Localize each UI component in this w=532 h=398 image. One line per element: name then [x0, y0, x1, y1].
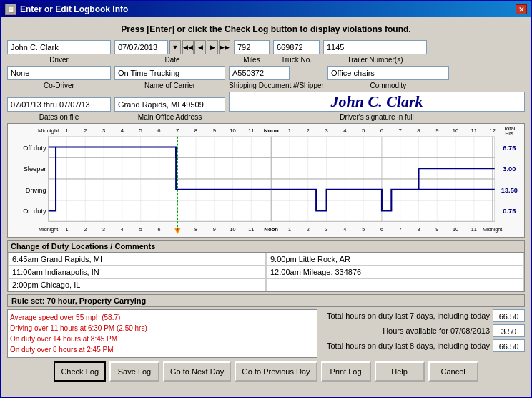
violations-list: Average speed over 55 mph (58.7) Driving… [7, 309, 317, 358]
hours-label-3: Total hours on duty last 8 days, includi… [325, 341, 490, 350]
button-bar: Check Log Save Log Go to Next Day Go to … [7, 361, 525, 382]
date-input[interactable] [114, 40, 168, 54]
hours-value-2: 3.50 [493, 324, 525, 337]
commodity-label: Commodity [327, 82, 449, 89]
cancel-button[interactable]: Cancel [428, 361, 478, 382]
codriver-label: Co-Driver [7, 82, 111, 89]
svg-text:9: 9 [213, 227, 216, 232]
miles-label: Miles [234, 56, 270, 64]
svg-text:7: 7 [399, 127, 402, 134]
prev-day-button[interactable]: Go to Previous Day [235, 361, 317, 382]
sig-label: Driver's signature in full [229, 113, 525, 121]
svg-text:6: 6 [157, 127, 160, 134]
chart-svg: Off duty Sleeper Driving On duty Midnigh… [8, 124, 524, 237]
office-label: Main Office Address [114, 113, 225, 121]
svg-text:3.00: 3.00 [503, 165, 516, 173]
carrier-input[interactable] [114, 66, 225, 80]
check-log-button[interactable]: Check Log [54, 361, 106, 382]
svg-text:5: 5 [139, 127, 142, 134]
nav-next-button[interactable]: ▶ [207, 40, 218, 54]
sig-field-group: John C. Clark Driver's signature in full [229, 92, 525, 121]
svg-text:2: 2 [307, 127, 310, 134]
date-wrapper: ▼ ◀◀ ◀ ▶ ▶▶ [114, 40, 230, 54]
truck-input[interactable] [273, 40, 320, 54]
svg-text:7: 7 [176, 227, 179, 232]
duty-cell-0: 6:45am Grand Rapids, MI [8, 253, 266, 266]
duty-locations-section: Change of Duty Locations / Comments 6:45… [7, 240, 525, 292]
carrier-field-group: Name of Carrier [114, 66, 225, 89]
svg-text:1: 1 [65, 127, 68, 134]
date-nav-buttons: ◀◀ ◀ ▶ ▶▶ [182, 40, 230, 54]
svg-text:10: 10 [230, 227, 236, 232]
svg-text:Midnight: Midnight [39, 227, 58, 233]
duty-cell-5 [266, 278, 524, 291]
help-button[interactable]: Help [375, 361, 425, 382]
svg-text:4: 4 [343, 127, 346, 134]
violations-section: Average speed over 55 mph (58.7) Driving… [7, 309, 525, 358]
date-dropdown-button[interactable]: ▼ [169, 40, 181, 54]
duty-locations-title: Change of Duty Locations / Comments [8, 241, 524, 253]
dates-input[interactable] [7, 97, 111, 112]
svg-text:Midnight: Midnight [483, 227, 502, 233]
svg-text:10: 10 [453, 227, 458, 232]
miles-field-group: Miles [234, 40, 270, 64]
duty-cell-1: 9:00pm Little Rock, AR [266, 253, 524, 266]
duty-locations-grid: 6:45am Grand Rapids, MI 9:00pm Little Ro… [8, 253, 524, 291]
rule-set-bar: Rule set: 70 hour, Property Carrying [7, 294, 525, 307]
nav-prev-button[interactable]: ◀ [194, 40, 206, 54]
violation-1: Average speed over 55 mph (58.7) [10, 312, 315, 323]
trailer-field-group: Trailer Number(s) [323, 40, 427, 64]
save-log-button[interactable]: Save Log [109, 361, 159, 382]
dates-label: Dates on file [7, 113, 111, 121]
truck-label: Truck No. [273, 56, 320, 64]
svg-text:Sleeper: Sleeper [24, 165, 46, 173]
date-field-group: ▼ ◀◀ ◀ ▶ ▶▶ Date [114, 40, 230, 64]
header-message: Press [Enter] or click the Check Log but… [7, 24, 525, 34]
shipping-input[interactable] [229, 66, 290, 80]
trailer-label: Trailer Number(s) [323, 56, 427, 64]
commodity-field-group: Commodity [327, 66, 449, 89]
rule-set-text: Rule set: 70 hour, Property Carrying [11, 296, 146, 305]
violation-3: On duty over 14 hours at 8:45 PM [10, 334, 315, 344]
codriver-input[interactable] [7, 66, 111, 80]
date-label: Date [114, 56, 230, 64]
svg-text:8: 8 [194, 227, 197, 232]
svg-text:5: 5 [362, 227, 365, 232]
svg-text:1: 1 [66, 227, 69, 232]
close-button[interactable]: ✕ [516, 4, 527, 14]
duty-cell-3: 12:00am Mileage: 334876 [266, 266, 524, 278]
nav-last-button[interactable]: ▶▶ [219, 40, 230, 54]
dates-field-group: Dates on file [7, 97, 111, 121]
commodity-input[interactable] [327, 66, 449, 80]
svg-text:6: 6 [380, 227, 383, 232]
hours-label-1: Total hours on duty last 7 days, includi… [325, 311, 490, 320]
driver-label: Driver [7, 56, 111, 64]
title-bar-left: 📋 Enter or Edit Logbook Info [5, 4, 128, 15]
miles-input[interactable] [234, 40, 270, 54]
svg-text:10: 10 [230, 127, 236, 134]
svg-text:11: 11 [248, 227, 254, 232]
office-input[interactable] [114, 97, 225, 112]
svg-text:8: 8 [417, 127, 420, 134]
hours-value-3: 66.50 [493, 339, 525, 352]
next-day-button[interactable]: Go to Next Day [163, 361, 231, 382]
hours-value-1: 66.50 [493, 309, 525, 322]
driver-input[interactable] [7, 40, 111, 54]
trailer-input[interactable] [323, 40, 427, 54]
svg-text:On duty: On duty [23, 208, 46, 215]
violation-4: On duty over 8 hours at 2:45 PM [10, 344, 315, 355]
content-area: Press [Enter] or click the Check Log but… [1, 17, 531, 385]
svg-text:12: 12 [489, 127, 496, 134]
duty-chart: Off duty Sleeper Driving On duty Midnigh… [7, 123, 525, 238]
carrier-label: Name of Carrier [114, 82, 225, 89]
svg-text:10: 10 [453, 127, 459, 134]
svg-text:1: 1 [288, 127, 291, 134]
nav-first-button[interactable]: ◀◀ [182, 40, 194, 54]
svg-text:Midnight: Midnight [38, 127, 59, 134]
title-bar: 📋 Enter or Edit Logbook Info ✕ [1, 1, 531, 17]
svg-text:2: 2 [84, 127, 87, 134]
print-log-button[interactable]: Print Log [321, 361, 371, 382]
svg-text:11: 11 [248, 127, 255, 134]
duty-cell-4: 2:00pm Chicago, IL [8, 278, 266, 291]
svg-text:13.50: 13.50 [501, 187, 518, 194]
